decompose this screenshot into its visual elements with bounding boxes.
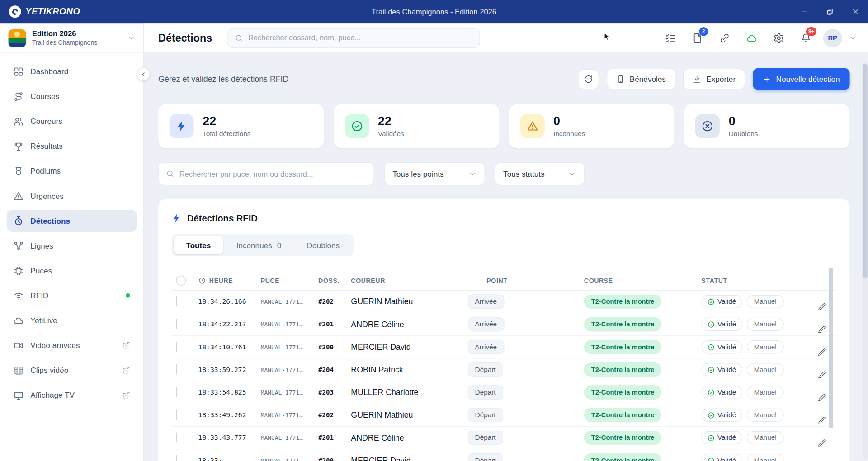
table-search[interactable] bbox=[158, 162, 374, 185]
sidebar-item-courses[interactable]: Courses bbox=[7, 85, 137, 108]
stopwatch-icon bbox=[13, 216, 24, 226]
edit-button[interactable] bbox=[818, 416, 837, 424]
brand: YETIKRONO bbox=[0, 5, 80, 18]
course-badge: T2-Contre la montre bbox=[584, 317, 661, 332]
cell-heure: 18:34:26.166 bbox=[198, 298, 260, 306]
external-link-icon bbox=[123, 342, 130, 349]
notifications-button[interactable]: 9+ bbox=[796, 28, 816, 47]
exporter-button[interactable]: Exporter bbox=[683, 69, 745, 90]
sidebar-item-affichage-tv[interactable]: Affichage TV bbox=[7, 384, 137, 406]
select-all-checkbox[interactable] bbox=[176, 275, 186, 285]
cloud-sync-button[interactable] bbox=[742, 28, 762, 47]
row-checkbox[interactable] bbox=[176, 364, 177, 375]
sidebar-item-podiums[interactable]: Podiums bbox=[7, 160, 137, 182]
settings-gear-icon bbox=[774, 33, 784, 43]
status-valide-badge: Validé bbox=[701, 295, 742, 308]
pencil-icon bbox=[818, 393, 826, 401]
table-search-input[interactable] bbox=[179, 169, 367, 178]
dashboard-icon bbox=[13, 66, 24, 76]
edition-name: Edition 2026 bbox=[32, 29, 97, 38]
window-title: Trail des Champignons - Edition 2026 bbox=[372, 8, 496, 16]
chevron-down-icon[interactable] bbox=[849, 34, 857, 42]
settings-button[interactable] bbox=[769, 28, 789, 47]
sidebar-item-dashboard[interactable]: Dashboard bbox=[7, 60, 137, 82]
new-detection-button[interactable]: Nouvelle détection bbox=[753, 68, 850, 90]
cell-coureur: ROBIN Patrick bbox=[351, 365, 467, 374]
minimize-button[interactable] bbox=[792, 0, 817, 23]
pencil-icon bbox=[818, 371, 826, 379]
search-icon bbox=[166, 169, 174, 179]
course-badge: T2-Contre la montre bbox=[584, 431, 661, 445]
col-coureur: COUREUR bbox=[351, 277, 467, 284]
edit-button[interactable] bbox=[818, 325, 837, 333]
restore-button[interactable] bbox=[817, 0, 842, 23]
link-button[interactable] bbox=[715, 28, 735, 47]
window-scrollbar[interactable] bbox=[863, 62, 868, 459]
window-scrollbar-thumb[interactable] bbox=[863, 64, 868, 278]
sidebar-item-lignes[interactable]: Lignes bbox=[7, 235, 137, 257]
minimize-icon bbox=[800, 8, 808, 16]
mode-badge: Manuel bbox=[747, 363, 784, 376]
refresh-button[interactable] bbox=[578, 69, 599, 89]
edit-button[interactable] bbox=[818, 393, 837, 401]
tab-inconnues[interactable]: Inconnues0 bbox=[224, 236, 294, 254]
sidebar-item-detections[interactable]: Détections bbox=[7, 210, 137, 232]
row-checkbox[interactable] bbox=[176, 319, 177, 329]
row-checkbox[interactable] bbox=[176, 455, 177, 461]
row-checkbox[interactable] bbox=[176, 432, 177, 442]
search-icon bbox=[235, 33, 243, 42]
benevoles-button[interactable]: Bénévoles bbox=[606, 69, 675, 90]
check-circle-icon bbox=[708, 411, 715, 419]
sidebar-nav: Dashboard Courses Coureurs Résultats Pod… bbox=[0, 53, 143, 414]
event-switcher[interactable]: Edition 2026 Trail des Champignons bbox=[0, 23, 143, 53]
sidebar-item-yetilive[interactable]: YetiLive bbox=[7, 309, 137, 331]
global-search[interactable] bbox=[227, 28, 480, 48]
sidebar-item-resultats[interactable]: Résultats bbox=[7, 135, 137, 157]
table-row: 18:33:59.272 MANUAL-1771… #204 ROBIN Pat… bbox=[172, 358, 837, 381]
cell-puce: MANUAL-1771… bbox=[261, 457, 318, 461]
tab-doublons[interactable]: Doublons bbox=[295, 236, 352, 254]
global-search-input[interactable] bbox=[248, 34, 473, 42]
medal-icon bbox=[13, 166, 24, 176]
runners-icon bbox=[13, 116, 24, 127]
check-circle-icon bbox=[708, 434, 715, 442]
close-button[interactable] bbox=[843, 0, 868, 23]
edit-button[interactable] bbox=[818, 438, 837, 447]
cloud-icon bbox=[13, 315, 24, 325]
cell-heure: 18:33:54.825 bbox=[198, 389, 260, 396]
tab-toutes[interactable]: Toutes bbox=[174, 236, 223, 254]
tasks-checklist-icon bbox=[665, 33, 676, 43]
edit-button[interactable] bbox=[818, 371, 837, 379]
cell-dossard: #204 bbox=[318, 366, 351, 373]
sidebar-item-puces[interactable]: Puces bbox=[7, 259, 137, 282]
card-title: Détections RFID bbox=[187, 213, 258, 223]
documents-button[interactable]: 2 bbox=[688, 28, 708, 47]
page-title: Détections bbox=[158, 32, 212, 44]
status-filter-select[interactable]: Tous statuts bbox=[495, 162, 585, 185]
edit-button[interactable] bbox=[818, 302, 837, 310]
row-checkbox[interactable] bbox=[176, 342, 177, 352]
cell-puce: MANUAL-1771… bbox=[261, 434, 318, 441]
table-scrollbar[interactable] bbox=[829, 268, 833, 428]
event-logo bbox=[8, 28, 27, 47]
cell-coureur: MULLER Charlotte bbox=[351, 388, 467, 397]
sidebar-item-coureurs[interactable]: Coureurs bbox=[7, 110, 137, 132]
detections-table-body: 18:34:26.166 MANUAL-1771… #202 GUERIN Ma… bbox=[172, 291, 837, 461]
user-avatar[interactable]: RP bbox=[823, 28, 842, 47]
sidebar-collapse-button[interactable] bbox=[137, 67, 150, 80]
cell-heure: 18:33:43.777 bbox=[198, 434, 260, 442]
row-checkbox[interactable] bbox=[176, 409, 177, 420]
edit-button[interactable] bbox=[818, 348, 837, 356]
sidebar-item-rfid[interactable]: RFID bbox=[7, 284, 137, 306]
sidebar-item-video-arrivees[interactable]: Vidéo arrivées bbox=[7, 334, 137, 357]
tasks-button[interactable] bbox=[660, 28, 680, 47]
status-valide-badge: Validé bbox=[701, 409, 742, 422]
pencil-icon bbox=[818, 438, 826, 447]
route-icon bbox=[13, 91, 24, 101]
row-checkbox[interactable] bbox=[176, 387, 177, 397]
table-header-row: HEURE PUCE DOSS. COUREUR POINT COURSE ST… bbox=[172, 271, 837, 291]
sidebar-item-clips-video[interactable]: Clips vidéo bbox=[7, 359, 137, 381]
row-checkbox[interactable] bbox=[176, 296, 177, 306]
point-filter-select[interactable]: Tous les points bbox=[384, 162, 485, 185]
sidebar-item-urgences[interactable]: Urgences bbox=[7, 185, 137, 207]
